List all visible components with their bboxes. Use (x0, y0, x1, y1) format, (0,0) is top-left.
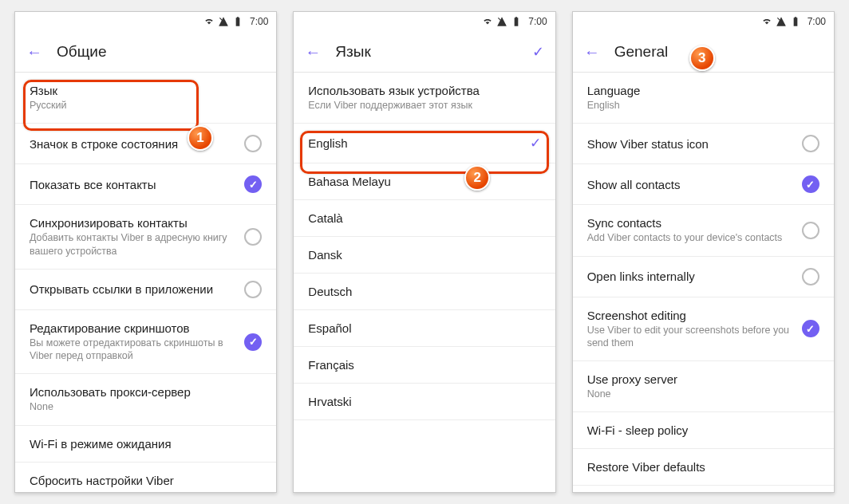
row-label: Использовать язык устройства (308, 84, 540, 97)
phone-screen-2: 7:00 ← Язык ✓ Использовать язык устройст… (293, 11, 555, 493)
language-row[interactable]: Català (294, 200, 555, 237)
row-label: Wi-Fi - sleep policy (587, 423, 819, 437)
language-label: Español (308, 321, 540, 335)
toggle-switch[interactable] (802, 268, 819, 285)
settings-row[interactable]: Screenshot editingUse Viber to edit your… (573, 297, 834, 362)
toggle-switch[interactable] (244, 281, 262, 298)
language-label: Dansk (308, 248, 540, 262)
row-label: Open links internally (587, 270, 794, 283)
language-row[interactable]: English✓ (294, 124, 555, 163)
toggle-switch[interactable] (802, 320, 819, 337)
settings-row[interactable]: Wi-Fi в режиме ожидания (15, 426, 276, 463)
language-list: Использовать язык устройства Если Viber … (294, 73, 555, 492)
settings-row[interactable]: Синхронизировать контактыДобавить контак… (15, 205, 276, 270)
language-row[interactable]: Español (294, 310, 555, 347)
battery-icon (790, 16, 801, 27)
phone-screen-1: 7:00 ← Общие ЯзыкРусскийЗначок в строке … (14, 11, 277, 493)
row-sub: None (587, 388, 819, 400)
wifi-icon (761, 16, 772, 27)
signal-icon (776, 16, 787, 27)
settings-row[interactable]: LanguageEnglish (573, 73, 834, 124)
row-sub: Если Viber поддерживает этот язык (308, 99, 540, 112)
language-row[interactable]: Français (294, 347, 555, 384)
phone-screen-3: 7:00 ← General LanguageEnglishShow Viber… (572, 11, 835, 493)
signal-icon (218, 16, 229, 27)
confirm-icon[interactable]: ✓ (532, 43, 544, 61)
row-label: Sync contacts (587, 216, 794, 230)
row-label: Language (587, 84, 819, 97)
wifi-icon (203, 16, 215, 27)
clock: 7:00 (528, 16, 547, 27)
language-row[interactable]: Bahasa Melayu (294, 163, 555, 200)
selected-check-icon: ✓ (530, 135, 541, 152)
settings-row[interactable]: Use proxy serverNone (573, 361, 834, 412)
settings-row[interactable]: Показать все контакты (15, 164, 276, 205)
wifi-icon (482, 16, 493, 27)
row-label: Restore Viber defaults (587, 460, 819, 474)
battery-icon (232, 16, 243, 27)
toggle-switch[interactable] (244, 333, 262, 351)
row-label: Show Viber status icon (587, 137, 794, 151)
row-label: Show all contacts (587, 178, 794, 191)
settings-list: ЯзыкРусскийЗначок в строке состоянияПока… (15, 73, 276, 492)
settings-list: LanguageEnglishShow Viber status iconSho… (573, 73, 834, 492)
settings-row[interactable]: Открывать ссылки в приложении (15, 270, 276, 310)
back-icon[interactable]: ← (584, 44, 600, 60)
settings-row[interactable]: Wi-Fi - sleep policy (573, 412, 834, 449)
clock: 7:00 (808, 16, 826, 27)
language-label: Français (308, 358, 540, 372)
settings-row[interactable]: Сбросить настройки Viber (15, 463, 276, 493)
row-label: Использовать прокси-сервер (30, 385, 262, 399)
row-label: Язык (30, 84, 262, 97)
row-sub: English (587, 99, 819, 112)
signal-icon (496, 16, 507, 27)
settings-row[interactable]: Show Viber status icon (573, 124, 834, 164)
appbar: ← Общие (15, 31, 276, 73)
settings-row[interactable]: Open links internally (573, 257, 834, 297)
page-title: Язык (335, 43, 517, 61)
language-label: Català (308, 211, 540, 225)
use-device-language-row[interactable]: Использовать язык устройства Если Viber … (294, 73, 555, 124)
status-bar: 7:00 (15, 12, 276, 31)
appbar: ← General (573, 31, 834, 73)
toggle-switch[interactable] (244, 135, 262, 152)
language-row[interactable]: Deutsch (294, 274, 555, 310)
row-sub: Use Viber to edit your screenshots befor… (587, 324, 794, 350)
toggle-switch[interactable] (802, 135, 819, 152)
row-label: Редактирование скриншотов (30, 321, 236, 335)
row-label: Показать все контакты (30, 178, 236, 191)
status-bar: 7:00 (573, 12, 834, 31)
settings-row[interactable]: Restore Viber defaults (573, 449, 834, 486)
settings-row[interactable]: ЯзыкРусский (15, 73, 276, 124)
language-row[interactable]: Dansk (294, 237, 555, 274)
settings-row[interactable]: Значок в строке состояния (15, 124, 276, 164)
back-icon[interactable]: ← (305, 44, 321, 60)
row-label: Значок в строке состояния (30, 137, 236, 151)
appbar: ← Язык ✓ (294, 31, 555, 73)
language-row[interactable]: Hrvatski (294, 384, 555, 420)
battery-icon (511, 16, 522, 27)
back-icon[interactable]: ← (26, 44, 42, 60)
toggle-switch[interactable] (244, 175, 262, 193)
toggle-switch[interactable] (244, 228, 262, 246)
page-title: Общие (57, 43, 265, 61)
row-sub: Русский (30, 99, 262, 112)
row-label: Сбросить настройки Viber (30, 474, 262, 487)
settings-row[interactable]: Show all contacts (573, 164, 834, 205)
language-label: Deutsch (308, 285, 540, 298)
language-label: Hrvatski (308, 395, 540, 408)
settings-row[interactable]: Sync contactsAdd Viber contacts to your … (573, 205, 834, 256)
row-label: Wi-Fi в режиме ожидания (30, 437, 262, 451)
status-bar: 7:00 (294, 12, 555, 31)
row-sub: Добавить контакты Viber в адресную книгу… (30, 231, 236, 258)
row-label: Use proxy server (587, 372, 819, 386)
settings-row[interactable]: Редактирование скриншотовВы можете отред… (15, 310, 276, 375)
language-label: English (308, 136, 521, 150)
settings-row[interactable]: Использовать прокси-серверNone (15, 374, 276, 425)
toggle-switch[interactable] (802, 175, 819, 193)
toggle-switch[interactable] (802, 222, 819, 239)
row-label: Screenshot editing (587, 309, 794, 322)
row-label: Открывать ссылки в приложении (30, 282, 236, 296)
row-sub: Вы можете отредактировать скриншоты в Vi… (30, 337, 236, 363)
language-label: Bahasa Melayu (308, 175, 540, 188)
